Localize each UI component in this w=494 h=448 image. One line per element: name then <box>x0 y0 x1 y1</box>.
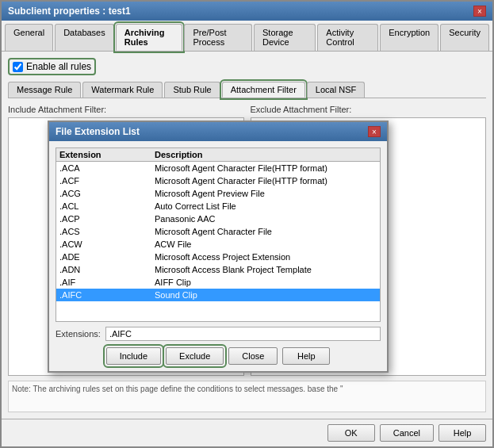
tab-storage-device[interactable]: Storage Device <box>254 24 316 51</box>
help-button[interactable]: Help <box>282 347 330 365</box>
file-list-row[interactable]: .ACAMicrosoft Agent Character File(HTTP … <box>56 162 380 174</box>
row-description: Auto Correct List File <box>155 201 377 211</box>
file-list-row[interactable]: .ADNMicrosoft Access Blank Project Templ… <box>56 263 380 276</box>
row-description: Sound Clip <box>155 290 377 300</box>
file-extension-dialog: File Extension List × Extension Descript… <box>48 121 389 373</box>
notes-text: Note: The archiving rules set on this pa… <box>12 385 343 393</box>
main-tabs-bar: General Databases Archiving Rules Pre/Po… <box>2 21 492 52</box>
row-description: Microsoft Agent Preview File <box>155 189 377 198</box>
file-list-row[interactable]: .ACLAuto Correct List File <box>56 200 380 213</box>
row-extension: .ACA <box>59 163 155 173</box>
exclude-button[interactable]: Exclude <box>166 347 224 365</box>
bottom-help-button[interactable]: Help <box>438 424 486 442</box>
col-header-description: Description <box>155 150 364 159</box>
tab-activity-control[interactable]: Activity Control <box>317 24 378 51</box>
subtab-attachment-filter[interactable]: Attachment Filter <box>222 82 305 98</box>
row-extension: .ACS <box>59 227 155 236</box>
tab-security[interactable]: Security <box>440 24 489 51</box>
modal-title-bar: File Extension List × <box>49 122 387 141</box>
tab-general[interactable]: General <box>5 24 53 51</box>
row-extension: .AIF <box>59 278 155 287</box>
include-filter-label: Include Attachment Filter: <box>8 105 244 114</box>
subtab-message-rule[interactable]: Message Rule <box>8 82 81 98</box>
row-description: AIFF Clip <box>155 278 377 287</box>
row-extension: .ACF <box>59 176 155 186</box>
exclude-filter-label: Exclude Attachment Filter: <box>251 105 487 114</box>
row-description: Microsoft Access Project Extension <box>155 252 377 262</box>
row-description: Microsoft Agent Character File(HTTP form… <box>155 163 377 173</box>
subtabs-bar: Message Rule Watermark Rule Stub Rule At… <box>8 82 486 98</box>
subtab-watermark-rule[interactable]: Watermark Rule <box>82 82 163 98</box>
row-extension: .AIFC <box>59 290 155 300</box>
content-area: Enable all rules Message Rule Watermark … <box>2 52 492 419</box>
file-list-body[interactable]: .ACAMicrosoft Agent Character File(HTTP … <box>56 162 380 321</box>
row-extension: .ADN <box>59 265 155 274</box>
row-description: Microsoft Access Blank Project Template <box>155 265 377 274</box>
title-bar: Subclient properties : test1 × <box>2 2 492 21</box>
row-description: ACW File <box>155 239 377 249</box>
subtab-stub-rule[interactable]: Stub Rule <box>164 82 220 98</box>
main-window: Subclient properties : test1 × General D… <box>0 0 494 448</box>
include-button[interactable]: Include <box>106 347 161 365</box>
extensions-label: Extensions: <box>56 329 101 339</box>
modal-body: Extension Description .ACAMicrosoft Agen… <box>49 141 387 371</box>
file-list-row[interactable]: .AIFAIFF Clip <box>56 276 380 289</box>
row-extension: .ACG <box>59 189 155 198</box>
enable-all-rules-checkbox[interactable] <box>13 62 23 72</box>
file-list-row[interactable]: .AIFCSound Clip <box>56 289 380 301</box>
window-close-button[interactable]: × <box>473 6 486 17</box>
ok-button[interactable]: OK <box>327 424 375 442</box>
row-extension: .ACP <box>59 214 155 224</box>
tab-pre-post[interactable]: Pre/Post Process <box>184 24 252 51</box>
filter-panels: Include Attachment Filter: Exclude Attac… <box>8 105 486 376</box>
tab-archiving-rules[interactable]: Archiving Rules <box>116 24 183 51</box>
row-extension: .ACL <box>59 201 155 211</box>
row-description: Microsoft Agent Character File(HTTP form… <box>155 176 377 186</box>
file-list-row[interactable]: .ADEMicrosoft Access Project Extension <box>56 251 380 263</box>
col-header-extension: Extension <box>59 150 155 159</box>
file-list-row[interactable]: .ACSMicrosoft Agent Character File <box>56 225 380 238</box>
file-list-row[interactable]: .ACFMicrosoft Agent Character File(HTTP … <box>56 174 380 187</box>
window-title: Subclient properties : test1 <box>8 6 131 17</box>
extensions-row: Extensions: <box>56 327 381 341</box>
close-button[interactable]: Close <box>228 347 278 365</box>
file-list-row[interactable]: .ACPPanasonic AAC <box>56 213 380 225</box>
row-description: Panasonic AAC <box>155 214 377 224</box>
subtab-local-nsf[interactable]: Local NSF <box>307 82 365 98</box>
tab-encryption[interactable]: Encryption <box>380 24 438 51</box>
enable-all-rules-label: Enable all rules <box>26 61 91 72</box>
file-list-row[interactable]: .ACGMicrosoft Agent Preview File <box>56 187 380 200</box>
modal-close-button[interactable]: × <box>368 126 381 137</box>
file-list-header: Extension Description <box>56 148 380 162</box>
modal-title: File Extension List <box>56 126 140 137</box>
file-list-row[interactable]: .ACWACW File <box>56 238 380 251</box>
file-list-container: Extension Description .ACAMicrosoft Agen… <box>56 147 381 322</box>
extensions-input[interactable] <box>105 327 381 341</box>
bottom-bar: OK Cancel Help <box>2 419 492 446</box>
tab-databases[interactable]: Databases <box>55 24 114 51</box>
notes-area: Note: The archiving rules set on this pa… <box>8 381 486 412</box>
row-extension: .ADE <box>59 252 155 262</box>
row-extension: .ACW <box>59 239 155 249</box>
enable-all-rules-row: Enable all rules <box>8 58 96 75</box>
scroll-placeholder <box>364 150 377 159</box>
modal-buttons: Include Exclude Close Help <box>56 347 381 365</box>
row-description: Microsoft Agent Character File <box>155 227 377 236</box>
cancel-button[interactable]: Cancel <box>380 424 434 442</box>
